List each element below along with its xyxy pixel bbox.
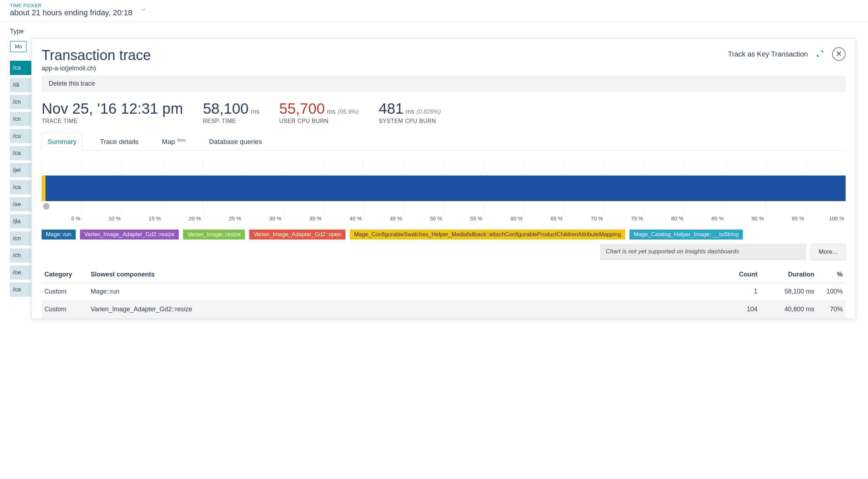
tx-list-item[interactable]: /cn [10,231,31,246]
metric-user-cpu-burn: 55,700 ms (95.9%) USER CPU BURN [279,100,359,124]
metric-resp-time: 58,100 ms RESP. TIME [203,100,259,124]
legend: Mage::runVarien_Image_Adapter_Gd2::resiz… [42,230,846,239]
th-duration[interactable]: Duration [760,267,817,283]
timeline-chart[interactable]: 5 %10 %15 %20 %25 %30 %35 %40 %45 %50 %5… [42,161,846,225]
timeline-tick-label: 25 % [202,215,242,221]
timeline-tick-label: 55 % [444,215,484,221]
tx-list-item[interactable]: /ca [10,180,31,194]
timeline-tick-label: 95 % [765,215,805,221]
tab-trace-details[interactable]: Trace details [94,133,144,151]
timeline-band [42,176,846,201]
timeline-tick-label: 5 % [42,215,82,221]
tx-list-item[interactable]: /ca [10,146,31,160]
cell-component: Mage::run [88,283,721,300]
legend-pill[interactable]: Mage_ConfigurableSwatches_Helper_Mediafa… [350,230,625,239]
tx-list-item[interactable]: /oe [10,265,31,280]
cell-pct: 100% [817,283,846,300]
th-count[interactable]: Count [721,267,760,283]
tx-list-item[interactable]: /cn [10,112,31,126]
timeline-tick-label: 40 % [323,215,363,221]
more-button[interactable]: More... [810,244,846,260]
track-key-transaction-link[interactable]: Track as Key Transaction [728,50,808,58]
metric-system-cpu-burn: 481 ms (0.828%) SYSTEM CPU BURN [379,100,441,124]
metrics-row: Nov 25, '16 12:31 pm TRACE TIME 58,100 m… [42,100,846,124]
tx-list-item[interactable]: /cn [10,95,31,109]
legend-pill[interactable]: Mage_Catalog_Helper_Image::__toString [629,230,743,239]
tab-map[interactable]: Map Beta [156,133,192,151]
tx-list-item[interactable]: /jla [10,214,31,228]
th-pct[interactable]: % [817,267,846,283]
table-row[interactable]: CustomMage::run158,100 ms100% [42,283,846,300]
type-label: Type [10,28,868,35]
expand-icon[interactable] [816,50,824,58]
slowest-components-table: Category Slowest components Count Durati… [42,267,846,300]
timeline-tick-label: 65 % [524,215,564,221]
timeline-tick-label: 100 % [805,215,846,221]
tx-list-item[interactable]: /ch [10,248,31,263]
tab-database-queries[interactable]: Database queries [203,133,268,151]
timeline-tick-label: 35 % [283,215,323,221]
tab-summary[interactable]: Summary [42,133,82,151]
timeline-tick-label: 30 % [242,215,283,221]
filter-tag[interactable]: Mo [10,41,27,52]
chevron-down-icon[interactable] [140,6,147,14]
delete-trace-link[interactable]: Delete this trace [49,80,95,87]
delete-trace-bar: Delete this trace [42,76,846,92]
time-picker-bar[interactable]: TIME PICKER about 21 hours ending friday… [0,0,868,22]
timeline-tick-label: 80 % [644,215,685,221]
tx-list-item[interactable]: /di [10,78,31,92]
cell-category: Custom [42,283,88,300]
cell-duration: 58,100 ms [760,283,817,300]
timeline-tick-label: 15 % [122,215,162,221]
insights-row: Chart is not yet supported on Insights d… [42,244,846,260]
modal-subtitle: app-a-io(jelmoli.ch) [42,65,151,72]
tx-list-item[interactable]: /se [10,197,31,211]
timeline-tick-label: 70 % [564,215,604,221]
metric-trace-time: Nov 25, '16 12:31 pm TRACE TIME [42,100,183,124]
close-icon: ✕ [836,50,842,58]
timeline-tick-label: 45 % [363,215,403,221]
close-button[interactable]: ✕ [832,47,846,61]
timeline-tick-label: 10 % [82,215,122,221]
timeline-tick-label: 85 % [685,215,725,221]
legend-pill[interactable]: Varien_Image_Adapter_Gd2::open [249,230,345,239]
legend-pill[interactable]: Varien_Image::resize [183,230,245,239]
th-category[interactable]: Category [42,267,88,283]
th-component[interactable]: Slowest components [88,267,721,283]
legend-pill[interactable]: Mage::run [42,230,76,239]
timeline-tick-label: 20 % [162,215,202,221]
timeline-tick-label: 90 % [725,215,765,221]
timeline-tick-label: 60 % [484,215,524,221]
trace-tabs: Summary Trace details Map Beta Database … [42,132,846,151]
timeline-x-labels: 5 %10 %15 %20 %25 %30 %35 %40 %45 %50 %5… [42,215,846,221]
tx-list-item[interactable]: /ca [10,282,31,297]
transaction-trace-modal: Transaction trace app-a-io(jelmoli.ch) T… [31,38,856,300]
time-picker-value: about 21 hours ending friday, 20:18 [10,8,133,17]
tx-list-item[interactable]: /jel [10,163,31,177]
modal-title: Transaction trace [42,47,151,63]
tx-list-item[interactable]: /cu [10,129,31,143]
legend-pill[interactable]: Varien_Image_Adapter_Gd2::resize [80,230,179,239]
cell-count: 1 [721,283,760,300]
tx-list-item[interactable]: /ca [10,61,31,75]
time-picker-label: TIME PICKER [10,3,133,8]
timeline-tick-label: 50 % [403,215,444,221]
timeline-band-segment [42,176,45,201]
insights-unsupported-note: Chart is not yet supported on Insights d… [600,244,806,260]
timeline-tick-label: 75 % [604,215,644,221]
time-picker[interactable]: TIME PICKER about 21 hours ending friday… [10,3,133,17]
